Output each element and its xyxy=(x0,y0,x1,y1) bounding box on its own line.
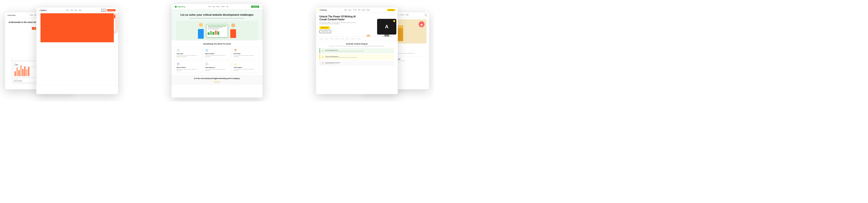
vistoma-hero: Unlock The Power Of Writing AI Create Co… xyxy=(316,13,398,36)
bar-3 xyxy=(18,70,20,76)
24h-service-desc: Lorem ipsum dolor sit amet consectetur a… xyxy=(234,55,257,57)
bigspring-features-title: Something You Need To Know xyxy=(175,43,259,45)
vistoma-ai-title: Generate Content Using AI xyxy=(319,43,394,45)
bookworm-search-icon[interactable] xyxy=(425,14,427,16)
bigspring-hero: Let us solve your critical website devel… xyxy=(172,10,262,40)
bigspring-hero-desc: Lorem ipsum dolor sit amet consectetur a… xyxy=(176,18,258,19)
showcase-container: Andromeda Home Blog Pages Contact Custom… xyxy=(0,0,434,101)
vistoma-ai-features-list: ⚡ Generates Quality Contents Note vel ac… xyxy=(319,48,394,66)
bigspring-figure-1 xyxy=(197,23,204,39)
spydea-hero: The smarter way to save documents Duis a… xyxy=(36,13,118,42)
bigspring-nav: Bigspring Home Blog Pricing Contact FAQ … xyxy=(172,4,262,10)
bar-1 xyxy=(14,71,16,76)
value-money-title: Value for Money xyxy=(177,67,200,68)
feature-value-money: 💎 Value for Money Lorem ipsum dolor sit … xyxy=(175,61,202,73)
feature-object-oriented: ◈ Object Oriented Lorem ipsum dolor sit … xyxy=(204,47,231,59)
vistoma-ai-section: Generate Content Using AI Please provide… xyxy=(316,41,398,68)
bigspring-stars: ★★★★★ xyxy=(175,80,259,82)
bigspring-bottom: It is the most advanced digital marketin… xyxy=(172,75,262,85)
clock-decoration: ⏰ xyxy=(418,21,425,27)
useful-suggestions-desc: Lorem ipsum dolor sit amet, consectetur … xyxy=(325,57,357,58)
clean-code-desc: Lorem ipsum dolor sit amet consectetur a… xyxy=(177,55,200,57)
productivity-desc: Lorem ipsum dolor sit amet. xyxy=(325,63,340,64)
faster-response-title: Faster Response xyxy=(205,67,229,68)
vistoma-ai-feature-3: 📈 Improves Products Productivity Lorem i… xyxy=(319,61,394,66)
vistoma-getstarted-btn[interactable]: Get Started xyxy=(387,9,395,11)
value-money-desc: Lorem ipsum dolor sit amet consectetur a… xyxy=(177,69,200,71)
clean-code-title: Clean Code xyxy=(177,53,200,54)
24h-service-title: 24h Service xyxy=(234,53,257,54)
faster-response-desc: Lorem ipsum dolor sit amet consectetur a… xyxy=(205,69,229,71)
faster-response-icon: ⚡ xyxy=(205,62,209,66)
bar-6 xyxy=(24,67,26,76)
feature-24h-service: ⏰ 24h Service Lorem ipsum dolor sit amet… xyxy=(232,47,259,59)
object-oriented-icon: ◈ xyxy=(205,49,209,52)
bar-2 xyxy=(17,68,18,76)
bigspring-features-grid: ✓ Clean Code Lorem ipsum dolor sit amet … xyxy=(175,47,259,73)
cloud-support-icon: ☁ xyxy=(234,62,237,66)
bigspring-bottom-title: It is the most advanced digital marketin… xyxy=(175,78,259,79)
24h-service-icon: ⏰ xyxy=(234,49,237,52)
bigspring-logo: Bigspring xyxy=(175,6,185,8)
bar-5 xyxy=(22,69,24,76)
object-oriented-title: Object Oriented xyxy=(205,53,229,54)
bigspring-getstarted-btn[interactable]: Get Started xyxy=(251,5,259,8)
feature-cloud-support: ☁ Cloud Support Lorem ipsum dolor sit am… xyxy=(232,61,259,73)
spydea-hero-actions: Get a Quote xyxy=(40,31,114,42)
bar-4 xyxy=(20,65,22,76)
andromeda-logo: Andromeda xyxy=(7,15,16,16)
value-money-icon: 💎 xyxy=(177,62,180,66)
generates-quality-desc: Note vel accusantiam lorem ipsum dolor s… xyxy=(325,51,364,52)
feature-clean-code: ✓ Clean Code Lorem ipsum dolor sit amet … xyxy=(175,47,202,59)
vistoma-hero-desc: Generate dynamic, compelling content eff… xyxy=(319,22,357,25)
vistoma-logo: ◆ Vistoma xyxy=(318,9,327,11)
vistoma-ai-feature-2: 💡 Provides Useful Suggestions Lorem ipsu… xyxy=(319,54,394,60)
screen-spydea: ● Spydea Home About Blog Pages Login Get… xyxy=(36,7,118,94)
bigspring-hero-title: Let us solve your critical website devel… xyxy=(176,13,258,17)
bigspring-screen-vis xyxy=(206,24,228,37)
clean-code-icon: ✓ xyxy=(177,49,180,52)
bar-7 xyxy=(26,69,28,76)
vistoma-start-free-btn[interactable]: Start For Free xyxy=(319,26,330,29)
screens-wrapper: Andromeda Home Blog Pages Contact Custom… xyxy=(0,0,434,101)
bigspring-bottom-desc: Starting from xyxy=(175,82,259,83)
cloud-support-desc: Lorem ipsum dolor sit amet consectetur a… xyxy=(234,69,257,71)
vistoma-nav-links: Home About Our Job Blog Pricing Pages xyxy=(344,9,370,10)
productivity-icon: 📈 xyxy=(321,61,324,65)
vistoma-ai-desc: Please provide us with more information … xyxy=(319,46,394,47)
cloud-support-title: Cloud Support xyxy=(234,67,257,68)
object-oriented-desc: Lorem ipsum dolor sit amet consectetur a… xyxy=(205,55,229,57)
screen-vistoma: ◆ Vistoma Home About Our Job Blog Pricin… xyxy=(316,7,398,94)
vistoma-hero-title: Unlock The Power Of Writing AI Create Co… xyxy=(319,15,357,21)
vistoma-ai-illustration: A xyxy=(365,14,396,36)
vistoma-brands: HubSpot Asanas Dropbox Google Microsoft … xyxy=(316,36,398,41)
bigspring-figure-2 xyxy=(230,23,237,38)
bigspring-nav-links: Home Blog Pricing Contact FAQ xyxy=(208,6,228,7)
useful-suggestions-icon: 💡 xyxy=(321,55,324,59)
feature-faster-response: ⚡ Faster Response Lorem ipsum dolor sit … xyxy=(204,61,231,73)
screen-bigspring: Bigspring Home Blog Pricing Contact FAQ … xyxy=(171,4,263,98)
bar-8 xyxy=(28,67,29,76)
vistoma-browse-features-btn[interactable]: Browse Features xyxy=(319,30,331,33)
vistoma-nav: ◆ Vistoma Home About Our Job Blog Pricin… xyxy=(316,7,398,13)
bigspring-features: Something You Need To Know ✓ Clean Code … xyxy=(172,40,262,75)
bigspring-hero-illustration xyxy=(176,21,258,40)
spydea-quote-btn[interactable]: Get a Quote xyxy=(40,13,114,42)
vistoma-ai-feature-1: ⚡ Generates Quality Contents Note vel ac… xyxy=(319,48,394,53)
generates-quality-icon: ⚡ xyxy=(321,49,324,52)
